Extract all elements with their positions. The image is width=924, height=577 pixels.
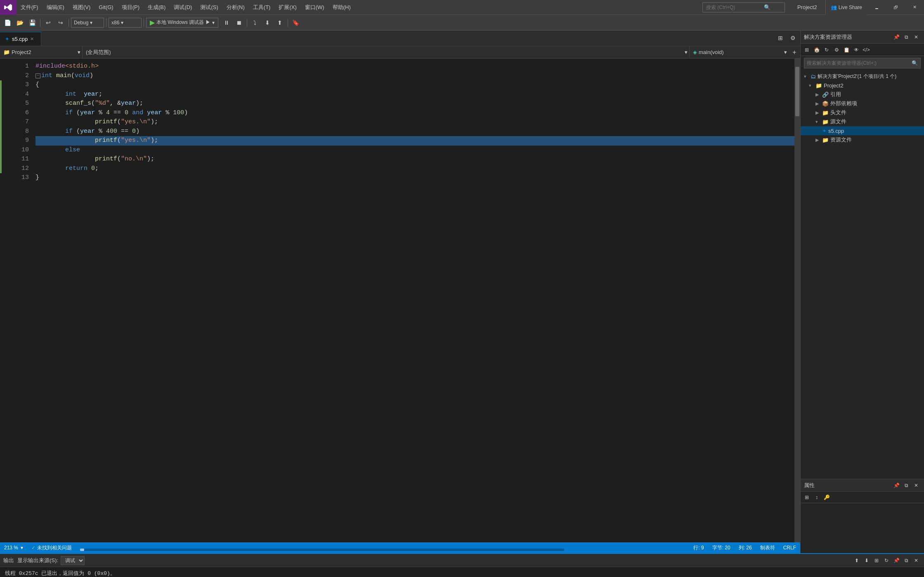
window-controls: 🗕 🗗 ✕ [867, 0, 924, 15]
debug-config-dropdown[interactable]: Debug ▾ [71, 18, 104, 28]
tree-s5cpp[interactable]: ✦ s5.cpp [801, 126, 924, 135]
close-button[interactable]: ✕ [905, 0, 924, 15]
gc-9 [0, 136, 7, 146]
menu-tools[interactable]: 工具(T) [249, 0, 275, 15]
toolbar-open[interactable]: 📂 [14, 17, 26, 28]
se-close-icon[interactable]: ✕ [912, 33, 921, 42]
gc-10 [0, 146, 7, 155]
se-tb-1[interactable]: ⊞ [802, 45, 811, 54]
se-tb-7[interactable]: </> [862, 45, 871, 54]
tree-references[interactable]: ▶ 🔗 引用 [801, 90, 924, 99]
output-source-select[interactable]: 调试 [61, 556, 85, 565]
tb-sep-5 [247, 19, 247, 27]
nav-context[interactable]: (全局范围) ▾ [83, 46, 690, 58]
prop-tb-key[interactable]: 🔑 [822, 493, 831, 502]
toolbar-redo[interactable]: ↪ [55, 17, 66, 28]
menu-git[interactable]: Git(G) [95, 0, 117, 15]
toolbar-step-into[interactable]: ⬇ [262, 17, 273, 28]
issues-status[interactable]: ✓ 未找到相关问题 [31, 544, 72, 551]
menu-analyze[interactable]: 分析(N) [222, 0, 249, 15]
nav-project[interactable]: 📁 Project2 ▾ [0, 46, 83, 58]
se-tb-3[interactable]: ↻ [822, 45, 831, 54]
zoom-control[interactable]: 213 % ▾ [4, 545, 23, 551]
code-content[interactable]: #include<stdio.h> −int main(void) { int … [32, 59, 794, 542]
code-line-8: if (year % 400 == 0) [35, 127, 794, 137]
se-pin-icon[interactable]: 📌 [892, 33, 901, 42]
toolbar-step-over[interactable]: ⤵ [249, 17, 261, 28]
output-tb-4[interactable]: ↻ [882, 556, 891, 565]
properties-title: 属性 [804, 482, 815, 489]
live-share-button[interactable]: 👥 Live Share [825, 0, 867, 15]
prop-float-icon[interactable]: ⧉ [902, 481, 911, 490]
toolbar-bookmark[interactable]: 🔖 [290, 17, 302, 28]
platform-dropdown[interactable]: x86 ▾ [109, 18, 142, 28]
se-tb-6[interactable]: 👁 [852, 45, 861, 54]
output-tb-2[interactable]: ⬇ [862, 556, 871, 565]
se-search-box[interactable]: 🔍 [804, 58, 921, 68]
output-float-icon[interactable]: ⧉ [902, 556, 911, 565]
menu-help[interactable]: 帮助(H) [328, 0, 355, 15]
toolbar: 📄 📂 💾 ↩ ↪ Debug ▾ x86 ▾ ▶ 本地 Windows 调试器… [0, 15, 924, 31]
gc-8 [0, 127, 7, 137]
tree-external[interactable]: ▶ 📦 外部依赖项 [801, 99, 924, 108]
se-tb-4[interactable]: ⚙ [832, 45, 841, 54]
se-tb-5[interactable]: 📋 [842, 45, 851, 54]
toolbar-save[interactable]: 💾 [26, 17, 38, 28]
tb-sep-1 [40, 19, 40, 27]
maximize-button[interactable]: 🗗 [886, 0, 905, 15]
se-toolbar: ⊞ 🏠 ↻ ⚙ 📋 👁 </> [801, 44, 924, 56]
se-float-icon[interactable]: ⧉ [902, 33, 911, 42]
menu-file[interactable]: 文件(F) [17, 0, 43, 15]
tb-sep-6 [288, 19, 288, 27]
editor-scrollbar[interactable] [794, 59, 800, 542]
tree-solution[interactable]: ▾ 🗂 解决方案'Project2'(1 个项目/共 1 个) [801, 72, 924, 81]
tab-close-icon[interactable]: ✕ [30, 36, 34, 42]
menu-edit[interactable]: 编辑(E) [43, 0, 69, 15]
output-tb-3[interactable]: ⊞ [872, 556, 881, 565]
minimize-button[interactable]: 🗕 [867, 0, 886, 15]
menu-view[interactable]: 视图(V) [69, 0, 95, 15]
scroll-thumb[interactable] [795, 67, 799, 116]
menu-window[interactable]: 窗口(W) [301, 0, 328, 15]
toolbar-stop[interactable]: ⏹ [233, 17, 245, 28]
tree-project[interactable]: ▾ 📁 Project2 [801, 81, 924, 90]
fold-icon-2[interactable]: − [35, 73, 40, 78]
menu-extensions[interactable]: 扩展(X) [274, 0, 300, 15]
nav-project-icon: 📁 [3, 49, 10, 55]
tree-arrow-source: ▾ [815, 119, 820, 125]
tree-resource[interactable]: ▶ 📁 资源文件 [801, 135, 924, 144]
output-pin-icon[interactable]: 📌 [892, 556, 901, 565]
output-tb-1[interactable]: ⬆ [852, 556, 861, 565]
output-close-icon[interactable]: ✕ [912, 556, 921, 565]
toolbar-new[interactable]: 📄 [2, 17, 13, 28]
toolbar-undo[interactable]: ↩ [43, 17, 54, 28]
se-tb-2[interactable]: 🏠 [812, 45, 821, 54]
menu-build[interactable]: 生成(B) [144, 0, 170, 15]
menu-test[interactable]: 测试(S) [196, 0, 222, 15]
tab-icon-1[interactable]: ⊞ [775, 32, 786, 44]
toolbar-pause[interactable]: ⏸ [221, 17, 232, 28]
prop-tb-sort[interactable]: ↕ [812, 493, 821, 502]
title-search-box[interactable]: 🔍 [702, 2, 785, 12]
run-button[interactable]: ▶ 本地 Windows 调试器 ▶ ▾ [146, 18, 218, 28]
prop-close-icon[interactable]: ✕ [912, 481, 921, 490]
se-search-input[interactable] [807, 60, 912, 66]
menu-project[interactable]: 项目(P) [118, 0, 144, 15]
tree-source[interactable]: ▾ 📁 源文件 [801, 117, 924, 126]
output-content[interactable]: 线程 0x257c 已退出，返回值为 0 (0x0)。 "Project2.ex… [0, 567, 924, 577]
tab-icon-2[interactable]: ⚙ [787, 32, 799, 44]
tab-s5cpp[interactable]: ✦ s5.cpp ✕ [0, 32, 41, 46]
project-icon: 📁 [815, 82, 822, 89]
menu-debug[interactable]: 调试(D) [170, 0, 196, 15]
title-bar: 文件(F) 编辑(E) 视图(V) Git(G) 项目(P) 生成(B) 调试(… [0, 0, 924, 15]
nav-function[interactable]: ◈ main(void) ▾ [690, 46, 789, 58]
se-title: 解决方案资源管理器 [804, 33, 852, 41]
tree-headers[interactable]: ▶ 📁 头文件 [801, 108, 924, 117]
title-search-input[interactable] [706, 5, 764, 10]
prop-pin-icon[interactable]: 📌 [892, 481, 901, 490]
prop-tb-grid[interactable]: ⊞ [802, 493, 811, 502]
ln-8: 8 [7, 127, 29, 137]
nav-add-button[interactable]: + [789, 46, 800, 59]
output-source-label: 显示输出来源(S): [17, 557, 58, 564]
toolbar-step-out[interactable]: ⬆ [274, 17, 286, 28]
